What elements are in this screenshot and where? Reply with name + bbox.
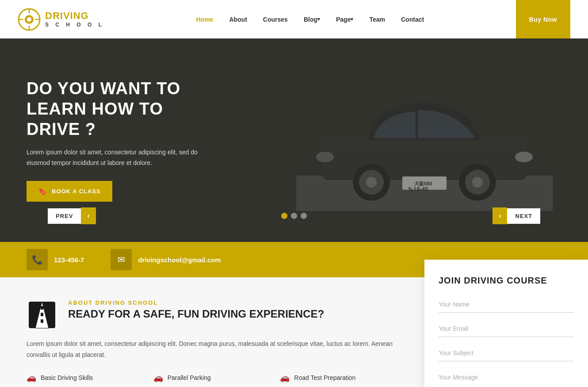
- nav-link-home[interactable]: Home: [188, 0, 221, 38]
- nav-item-page[interactable]: Page: [328, 0, 361, 38]
- join-form-panel: JOIN DRIVING COURSE SEND: [424, 260, 588, 387]
- bookmark-icon: 🔖: [38, 187, 47, 195]
- feature-parallel-parking: 🚗 Parallel Parking: [153, 373, 271, 383]
- logo-text: DRIVING S C H O O L: [45, 11, 104, 27]
- nav-item-contact[interactable]: Contact: [393, 0, 432, 38]
- nav-link-about[interactable]: About: [221, 0, 255, 38]
- nav-menu: Home About Courses Blog Page Team Contac…: [188, 0, 432, 38]
- svg-rect-23: [41, 313, 43, 316]
- hero-title-line2: LEARN HOW TO DRIVE ?: [27, 99, 221, 139]
- about-section: ABOUT DRIVING SCHOOL READY FOR A SAFE, F…: [0, 277, 424, 387]
- svg-rect-24: [41, 319, 43, 323]
- book-class-label: BOOK A CLASS: [52, 188, 101, 195]
- about-description: Lorem ipsum dolor sit amet, consectetur …: [27, 338, 398, 360]
- feature-road-test-prep: 🚗 Road Test Preparation: [280, 373, 398, 383]
- name-input[interactable]: [439, 296, 574, 313]
- phone-info: 📞 123-456-7: [27, 249, 84, 270]
- prev-label: PREV: [48, 208, 81, 224]
- slider-dot-3[interactable]: [301, 213, 307, 219]
- nav-link-page[interactable]: Page: [328, 0, 361, 38]
- email-icon: ✉: [118, 254, 125, 265]
- nav-item-courses[interactable]: Courses: [255, 0, 296, 38]
- email-input[interactable]: [439, 321, 574, 337]
- book-class-button[interactable]: 🔖 BOOK A CLASS: [27, 181, 112, 202]
- phone-icon: 📞: [32, 254, 43, 265]
- svg-point-14: [472, 177, 483, 188]
- slider-dot-2[interactable]: [291, 213, 297, 219]
- join-form-title: JOIN DRIVING COURSE: [439, 276, 574, 286]
- features-grid: 🚗 Basic Driving Skills 🚗 Parallel Parkin…: [27, 373, 398, 387]
- subject-input[interactable]: [439, 345, 574, 361]
- feature-label-3: Road Test Preparation: [294, 374, 355, 381]
- about-header: ABOUT DRIVING SCHOOL READY FOR A SAFE, F…: [27, 299, 398, 330]
- slider-next-button[interactable]: › NEXT: [493, 207, 540, 224]
- car-icon-3: 🚗: [280, 373, 290, 383]
- hero-description: Lorem ipsum dolor sit amet, consectetur …: [27, 147, 221, 169]
- car-icon-1: 🚗: [27, 373, 36, 383]
- logo-subtitle: S C H O O L: [45, 22, 104, 28]
- phone-number: 123-456-7: [54, 256, 84, 264]
- slider-dots: [281, 213, 307, 219]
- nav-item-team[interactable]: Team: [361, 0, 393, 38]
- about-label: ABOUT DRIVING SCHOOL: [68, 299, 324, 306]
- nav-link-courses[interactable]: Courses: [255, 0, 296, 38]
- email-info: ✉ drivingschool@gmail.com: [111, 249, 221, 270]
- feature-label-1: Basic Driving Skills: [41, 374, 93, 381]
- svg-point-15: [515, 152, 533, 162]
- car-icon-2: 🚗: [153, 373, 163, 383]
- hero-section: 大阪580 ち18-45 DO YOU WANT TO LEARN HOW TO…: [0, 38, 588, 242]
- nav-item-blog[interactable]: Blog: [296, 0, 328, 38]
- nav-link-contact[interactable]: Contact: [393, 0, 432, 38]
- slider-dot-1[interactable]: [281, 213, 287, 219]
- svg-rect-22: [41, 306, 43, 310]
- next-arrow-icon: ›: [493, 207, 507, 224]
- about-title: READY FOR A SAFE, FUN DRIVING EXPERIENCE…: [68, 308, 324, 321]
- nav-item-home[interactable]: Home: [188, 0, 221, 38]
- svg-rect-8: [323, 140, 526, 180]
- email-icon-box: ✉: [111, 249, 132, 270]
- logo: DRIVING S C H O O L: [18, 8, 104, 31]
- hero-title-line1: DO YOU WANT TO: [27, 79, 221, 99]
- navbar: DRIVING S C H O O L Home About Courses B…: [0, 0, 588, 38]
- svg-point-11: [366, 177, 377, 188]
- logo-title: DRIVING: [45, 11, 104, 21]
- hero-car-image: 大阪580 ち18-45: [296, 69, 553, 211]
- buy-now-button[interactable]: Buy Now: [516, 0, 570, 38]
- about-header-text: ABOUT DRIVING SCHOOL READY FOR A SAFE, F…: [68, 299, 324, 321]
- nav-item-about[interactable]: About: [221, 0, 255, 38]
- message-textarea[interactable]: [439, 369, 574, 387]
- prev-arrow-icon: ‹: [81, 207, 95, 224]
- nav-link-team[interactable]: Team: [361, 0, 393, 38]
- svg-text:ち18-45: ち18-45: [408, 186, 428, 192]
- feature-basic-driving: 🚗 Basic Driving Skills: [27, 373, 145, 383]
- slider-prev-button[interactable]: PREV ‹: [48, 207, 96, 224]
- logo-icon: [18, 8, 41, 31]
- phone-icon-box: 📞: [27, 249, 48, 270]
- hero-content: DO YOU WANT TO LEARN HOW TO DRIVE ? Lore…: [0, 79, 248, 201]
- nav-link-blog[interactable]: Blog: [296, 0, 328, 38]
- main-content: ABOUT DRIVING SCHOOL READY FOR A SAFE, F…: [0, 277, 588, 387]
- next-label: NEXT: [507, 208, 540, 224]
- svg-point-16: [316, 152, 334, 162]
- email-address: drivingschool@gmail.com: [138, 256, 221, 264]
- svg-point-2: [27, 17, 31, 22]
- road-icon: [27, 299, 57, 330]
- feature-label-2: Parallel Parking: [168, 374, 211, 381]
